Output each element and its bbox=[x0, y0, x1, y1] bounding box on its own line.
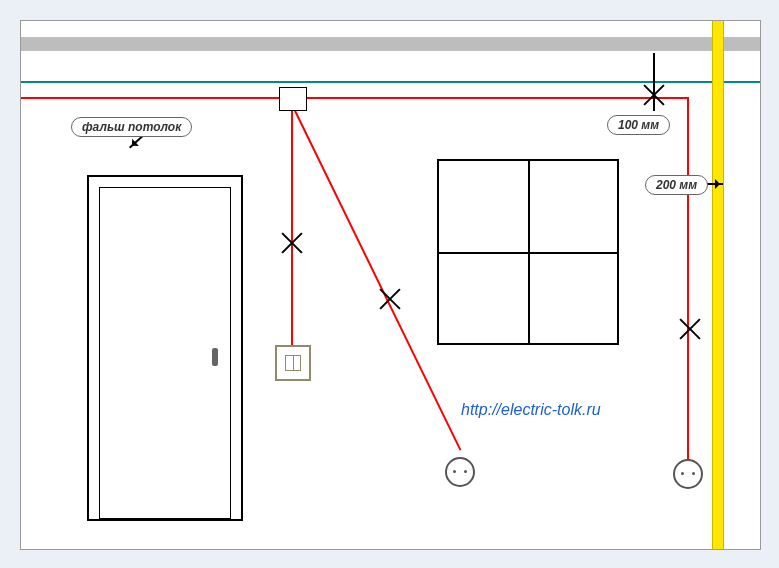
cross-mark-icon bbox=[675, 315, 703, 343]
cross-mark-icon bbox=[277, 229, 305, 257]
wire-drop-switch bbox=[291, 109, 293, 347]
source-url: http://electric-tolk.ru bbox=[461, 401, 601, 419]
light-switch bbox=[275, 345, 311, 381]
wiring-diagram: фальш потолок 100 мм 200 мм http://elect… bbox=[20, 20, 761, 550]
ceiling-slab bbox=[21, 37, 760, 51]
power-socket bbox=[445, 457, 475, 487]
power-socket bbox=[673, 459, 703, 489]
junction-box bbox=[279, 87, 307, 111]
wire-drop-right bbox=[687, 97, 689, 465]
wall-corner-strip bbox=[712, 21, 724, 549]
door-handle-icon bbox=[212, 348, 218, 366]
door bbox=[87, 175, 243, 521]
label-false-ceiling: фальш потолок bbox=[71, 117, 192, 137]
label-100mm: 100 мм bbox=[607, 115, 670, 135]
window bbox=[437, 159, 619, 345]
cross-mark-icon bbox=[375, 285, 403, 313]
dimension-arrow-100 bbox=[653, 53, 655, 111]
label-200mm: 200 мм bbox=[645, 175, 708, 195]
wire-main-horizontal bbox=[21, 97, 689, 99]
door-leaf bbox=[99, 187, 231, 519]
